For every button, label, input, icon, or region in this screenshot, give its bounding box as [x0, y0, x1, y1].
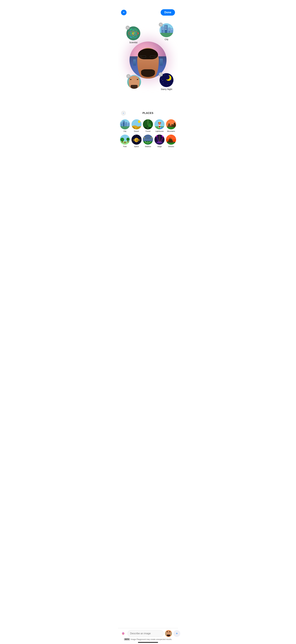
svg-point-3	[133, 32, 134, 33]
scientist-circle-wrapper[interactable]: −	[127, 26, 140, 40]
svg-rect-20	[165, 27, 166, 28]
svg-rect-51	[123, 121, 125, 126]
svg-rect-49	[120, 126, 130, 129]
svg-point-133	[156, 136, 157, 137]
svg-rect-99	[124, 143, 124, 144]
composition-area: −	[118, 19, 178, 105]
place-circle-city	[120, 119, 130, 129]
bottom-padding	[118, 150, 178, 172]
starry-circle-wrapper[interactable]: −	[159, 73, 173, 87]
svg-rect-59	[128, 123, 128, 124]
svg-point-96	[127, 138, 130, 141]
glasses-left	[139, 56, 146, 58]
glasses-right	[150, 56, 157, 58]
place-circle-desert	[132, 119, 142, 129]
svg-point-42	[161, 83, 161, 84]
svg-point-111	[137, 136, 138, 136]
place-circle-forest	[143, 119, 153, 129]
svg-rect-19	[166, 26, 167, 27]
person-eye-right	[137, 79, 138, 80]
svg-point-136	[155, 135, 155, 136]
svg-point-46	[165, 81, 166, 81]
svg-rect-54	[121, 123, 122, 124]
place-item-desert[interactable]: Desert	[131, 119, 142, 132]
place-label-volcano: Volcano	[168, 146, 174, 148]
svg-point-134	[162, 136, 163, 137]
place-item-forest[interactable]: Forest	[143, 119, 153, 132]
building-1	[133, 60, 136, 66]
place-circle-stadium	[143, 134, 153, 145]
place-item-stadium[interactable]: Stadium	[143, 134, 153, 148]
place-item-park[interactable]: Park	[120, 134, 130, 148]
places-section: ‹ PLACES	[118, 108, 178, 150]
svg-rect-97	[128, 141, 129, 142]
svg-rect-13	[162, 28, 162, 28]
svg-point-135	[157, 142, 162, 143]
svg-point-37	[161, 79, 161, 79]
svg-rect-21	[166, 27, 167, 28]
place-item-space[interactable]: Space	[131, 134, 142, 148]
svg-point-106	[140, 136, 140, 136]
done-button[interactable]: Done	[161, 9, 175, 16]
place-item-volcano[interactable]: Volcano	[166, 134, 176, 148]
top-bar: × Done	[118, 0, 178, 19]
svg-rect-15	[162, 29, 162, 30]
svg-point-149	[169, 136, 169, 137]
scientist-remove-btn[interactable]: −	[126, 26, 130, 30]
svg-rect-52	[125, 122, 127, 126]
svg-rect-16	[163, 29, 163, 30]
svg-rect-126	[151, 138, 152, 139]
place-circle-lighthouse	[154, 119, 164, 129]
close-icon: ×	[123, 11, 124, 14]
person-remove-btn[interactable]: −	[127, 74, 131, 78]
svg-rect-95	[122, 141, 123, 143]
svg-point-7	[138, 33, 139, 34]
svg-point-39	[163, 82, 163, 83]
place-circle-park	[120, 134, 130, 145]
starry-remove-btn[interactable]: −	[159, 72, 163, 76]
starry-item[interactable]: −	[159, 73, 173, 90]
svg-rect-22	[165, 29, 166, 30]
close-button[interactable]: ×	[121, 10, 127, 15]
place-circle-volcano	[166, 134, 176, 145]
svg-rect-76	[160, 127, 164, 129]
place-item-stage[interactable]: Stage	[154, 134, 165, 148]
svg-point-81	[159, 122, 160, 123]
place-label-desert: Desert	[134, 130, 139, 132]
place-item-mountains[interactable]: Mountains	[166, 119, 176, 132]
svg-rect-56	[123, 122, 124, 122]
starry-label: Starry Night	[161, 88, 172, 90]
svg-rect-28	[169, 30, 170, 30]
city-circle-wrapper[interactable]: −	[159, 23, 173, 37]
svg-rect-23	[166, 29, 167, 30]
svg-point-107	[141, 139, 141, 140]
svg-point-105	[135, 135, 135, 136]
svg-rect-14	[163, 28, 163, 28]
scientist-item[interactable]: −	[127, 26, 140, 44]
places-header: ‹ PLACES	[118, 108, 178, 118]
svg-rect-27	[169, 30, 169, 30]
svg-point-2	[133, 33, 135, 34]
svg-point-148	[171, 135, 172, 136]
places-grid: City Desert	[118, 118, 178, 150]
svg-point-41	[172, 82, 173, 83]
person-item[interactable]: −	[127, 75, 141, 90]
svg-point-138	[159, 135, 159, 135]
svg-rect-57	[124, 122, 124, 122]
back-button[interactable]: ‹	[121, 111, 126, 116]
place-label-forest: Forest	[146, 130, 150, 132]
avatar-skin	[137, 48, 159, 78]
svg-rect-29	[171, 28, 173, 33]
place-item-city[interactable]: City	[120, 119, 130, 132]
city-float-item[interactable]: −	[159, 23, 173, 40]
place-item-lighthouse[interactable]: Lighthouse	[154, 119, 165, 132]
svg-point-115	[136, 140, 139, 142]
svg-rect-58	[126, 123, 126, 123]
back-icon: ‹	[123, 112, 124, 114]
svg-point-104	[133, 136, 133, 136]
svg-point-137	[163, 136, 164, 136]
building-3	[160, 59, 163, 66]
city-remove-btn[interactable]: −	[159, 22, 163, 26]
person-circle-wrapper[interactable]: −	[127, 75, 141, 89]
avatar-beard	[141, 69, 155, 77]
